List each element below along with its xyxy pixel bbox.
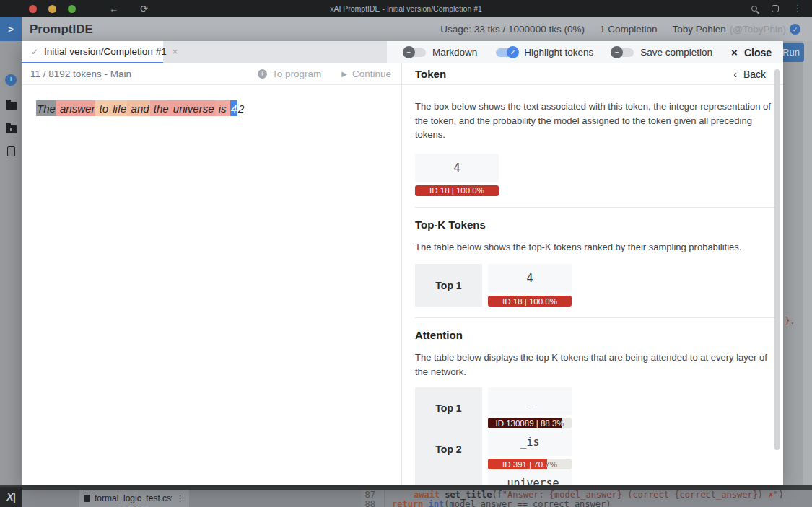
browser-menu-icon[interactable]: ⋮: [793, 4, 802, 14]
toggle-switch[interactable]: −: [612, 48, 634, 57]
token-text: 4: [415, 154, 499, 182]
window-controls: [29, 5, 76, 13]
attention-rank-label: Top 2: [415, 428, 482, 469]
topk-description: The table below shows the top-K tokens r…: [415, 240, 780, 255]
topk-heading: Top-K Tokens: [415, 219, 777, 231]
prompt-token[interactable]: answer: [56, 100, 96, 116]
folder-download-icon[interactable]: [6, 125, 17, 133]
token-text: _is: [488, 428, 572, 456]
file-tab-menu-icon[interactable]: ⋮: [176, 494, 184, 503]
panel-scrollbar[interactable]: [774, 69, 780, 450]
prompt-token[interactable]: is: [215, 100, 230, 116]
prompt-token[interactable]: The: [36, 100, 56, 116]
attention-rank-label: Top 3: [415, 469, 482, 485]
browser-back-icon[interactable]: ←: [109, 4, 118, 14]
attention-token-card[interactable]: _isID 391 | 70.7%ID 391 | 70.7%: [488, 428, 572, 469]
app-title: PromptIDE: [30, 22, 93, 37]
minus-icon: −: [403, 46, 415, 58]
close-window-button[interactable]: [29, 5, 37, 13]
badge-fill: ID 130089 | 88.3%: [488, 418, 562, 428]
file-icon: [84, 495, 90, 502]
attention-rank-label: Top 1: [415, 387, 482, 428]
toggle-markdown[interactable]: −Markdown: [404, 47, 477, 58]
play-icon: ▶: [341, 70, 347, 78]
toggle-label: Markdown: [432, 47, 477, 58]
page-scrollbar[interactable]: [803, 41, 812, 485]
tab-initial-version-completion[interactable]: ✓ Initial version/Completion #1 ×: [22, 41, 163, 63]
divider: [415, 317, 780, 318]
code-line: 88return int(model_answer == correct_ans…: [361, 500, 812, 507]
chevron-left-icon: ‹: [733, 69, 737, 80]
continue-button[interactable]: ▶ Continue: [341, 69, 391, 79]
folder-icon[interactable]: [6, 102, 17, 110]
xai-logo-icon: X|: [0, 487, 22, 507]
token-text: _universe: [488, 469, 572, 485]
attention-description: The table below displays the top K token…: [415, 351, 780, 379]
tab-bar-filler: [163, 41, 387, 63]
sidebar: > +: [0, 17, 22, 485]
background-code-fragment: }.: [785, 316, 795, 326]
close-icon: ×: [731, 46, 738, 58]
token-intro-text: The box below shows the text associated …: [415, 100, 780, 142]
toggle-highlight-tokens[interactable]: ✓Highlight tokens: [496, 47, 593, 58]
app-header: PromptIDE Usage: 33 tks / 1000000 tks (0…: [0, 17, 812, 41]
promptide-logo-icon[interactable]: >: [0, 17, 22, 41]
tab-label: Initial version/Completion #1: [44, 46, 167, 57]
topk-rank-label: Top 1: [415, 264, 482, 307]
token-panel-title: Token: [415, 68, 446, 80]
line-number: 88: [361, 500, 384, 507]
verified-badge-icon: ✓: [790, 24, 800, 35]
browser-reload-icon[interactable]: ⟳: [140, 4, 148, 14]
topk-token-card[interactable]: 4ID 18 | 100.0%: [488, 264, 572, 307]
prompt-token[interactable]: life: [109, 100, 127, 116]
attention-token-card[interactable]: _ID 130089 | 88.3%ID 130089 | 88.3%: [488, 387, 572, 428]
file-tab-formal-logic-test[interactable]: formal_logic_test.csv ⋮: [79, 490, 189, 507]
attention-heading: Attention: [415, 329, 777, 341]
file-tab-label: formal_logic_test.csv: [95, 493, 172, 503]
toggle-switch[interactable]: −: [404, 48, 426, 57]
token-id-probability-badge: ID 18 | 100.0%: [415, 185, 499, 196]
toggle-label: Save completion: [640, 47, 712, 58]
token-card: 4 ID 18 | 100.0%: [415, 154, 499, 196]
prompt-token[interactable]: the: [150, 100, 170, 116]
attention-token-card[interactable]: _universe: [488, 469, 572, 485]
back-button[interactable]: ‹ Back: [733, 69, 766, 80]
prompt-token[interactable]: 2: [237, 100, 245, 116]
token-text: 4: [488, 264, 572, 293]
file-icon[interactable]: [7, 146, 15, 156]
prompt-text: The answer to life and the universe is 4…: [36, 100, 245, 116]
user-menu[interactable]: Toby Pohlen (@TobyPhln) ✓: [672, 24, 800, 35]
close-completion-button[interactable]: × Close: [731, 46, 772, 58]
to-program-button[interactable]: + To program: [258, 69, 321, 79]
badge-fill: ID 391 | 70.7%: [488, 459, 547, 469]
prompt-token[interactable]: to: [95, 100, 109, 116]
token-id-probability-badge: ID 130089 | 88.3%ID 130089 | 88.3%: [488, 418, 572, 428]
token-panel: Token ‹ Back The box below shows the tex…: [402, 63, 783, 485]
add-file-button[interactable]: +: [5, 74, 17, 86]
background-editor: X| formal_logic_test.csv ⋮ 87await set_t…: [0, 485, 812, 507]
toggle-save-completion[interactable]: −Save completion: [612, 47, 712, 58]
completions-count[interactable]: 1 Completion: [600, 24, 658, 35]
code-editor[interactable]: 87await set_title(f"Answer: {model_answe…: [361, 490, 812, 507]
toggle-switch[interactable]: ✓: [496, 48, 518, 57]
check-icon: ✓: [507, 46, 519, 58]
editor-top-edge: [0, 485, 812, 490]
topk-row: Top 14ID 18 | 100.0%: [415, 264, 777, 307]
code-text: return int(model_answer == correct_answe…: [384, 500, 611, 507]
minimize-window-button[interactable]: [48, 5, 56, 13]
prompt-token[interactable]: universe: [170, 100, 215, 116]
extensions-icon[interactable]: [772, 5, 779, 12]
token-id-probability-badge: ID 391 | 70.7%ID 391 | 70.7%: [488, 459, 572, 469]
search-icon[interactable]: [751, 6, 757, 12]
divider: [415, 207, 780, 208]
prompt-token[interactable]: and: [127, 100, 149, 116]
token-text: _: [488, 387, 572, 415]
plus-circle-icon: +: [258, 69, 267, 79]
prompt-token[interactable]: 4: [230, 100, 237, 116]
completion-toolbar: −Markdown✓Highlight tokens−Save completi…: [387, 41, 783, 63]
browser-titlebar: ← ⟳ xAI PromptIDE - Initial version/Comp…: [0, 0, 812, 17]
maximize-window-button[interactable]: [68, 5, 76, 13]
prompt-panel: 11 / 8192 tokens - Main + To program ▶ C…: [22, 63, 402, 485]
minus-icon: −: [611, 46, 623, 58]
usage-stats: Usage: 33 tks / 1000000 tks (0%): [440, 24, 585, 35]
